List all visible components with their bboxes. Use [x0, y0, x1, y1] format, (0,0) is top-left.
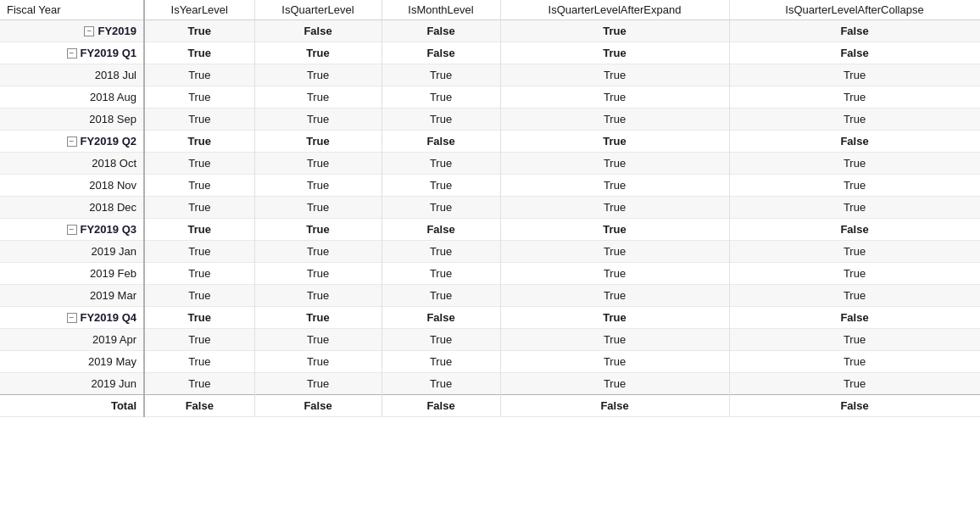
- cell-qtrac: True: [729, 175, 980, 197]
- cell-qtrae: True: [500, 175, 729, 197]
- cell-qtr: True: [254, 64, 381, 86]
- cell-qtrac: False: [729, 307, 980, 329]
- cell-qtrae: True: [500, 263, 729, 285]
- collapse-icon[interactable]: −: [67, 48, 77, 58]
- cell-month: True: [381, 64, 500, 86]
- row-label: 2018 Sep: [0, 109, 144, 131]
- data-table: Fiscal Year IsYearLevel IsQuarterLevel I…: [0, 0, 980, 417]
- collapse-icon[interactable]: −: [84, 26, 94, 36]
- col-header-qtrac: IsQuarterLevelAfterCollapse: [729, 0, 980, 20]
- cell-qtr: True: [254, 307, 381, 329]
- cell-year: True: [144, 307, 254, 329]
- collapse-icon[interactable]: −: [67, 225, 77, 235]
- cell-month: True: [381, 285, 500, 307]
- row-label: 2019 Mar: [0, 285, 144, 307]
- table-row: 2018 SepTrueTrueTrueTrueTrue: [0, 109, 980, 131]
- col-header-fiscal: Fiscal Year: [0, 0, 144, 20]
- cell-qtr: True: [254, 109, 381, 131]
- cell-year: True: [144, 86, 254, 109]
- cell-qtrac: False: [729, 219, 980, 241]
- cell-month: False: [381, 131, 500, 153]
- cell-qtrac: True: [729, 241, 980, 263]
- row-label: 2018 Dec: [0, 197, 144, 219]
- row-label: −FY2019 Q4: [0, 307, 144, 329]
- table-row: −FY2019 Q1TrueTrueFalseTrueFalse: [0, 42, 980, 64]
- cell-qtrae: True: [500, 153, 729, 175]
- cell-month: True: [381, 329, 500, 351]
- cell-qtrac: True: [729, 153, 980, 175]
- row-label: −FY2019 Q2: [0, 131, 144, 153]
- cell-qtrae: True: [500, 197, 729, 219]
- row-label: −FY2019 Q1: [0, 42, 144, 64]
- cell-month: True: [381, 109, 500, 131]
- col-header-qtr: IsQuarterLevel: [254, 0, 381, 20]
- cell-qtr: True: [254, 373, 381, 395]
- cell-qtrac: True: [729, 263, 980, 285]
- cell-year: True: [144, 153, 254, 175]
- cell-qtrac: True: [729, 373, 980, 395]
- cell-qtr: True: [254, 42, 381, 64]
- cell-qtrac: True: [729, 109, 980, 131]
- row-label: 2019 Jan: [0, 241, 144, 263]
- cell-qtrac: True: [729, 86, 980, 109]
- table-row: 2018 NovTrueTrueTrueTrueTrue: [0, 175, 980, 197]
- cell-year: True: [144, 329, 254, 351]
- cell-qtr: True: [254, 263, 381, 285]
- row-label: 2019 Feb: [0, 263, 144, 285]
- collapse-icon[interactable]: −: [67, 136, 77, 147]
- cell-qtr: True: [254, 219, 381, 241]
- row-label: −FY2019 Q3: [0, 219, 144, 241]
- col-header-year: IsYearLevel: [144, 0, 254, 20]
- cell-month: False: [381, 42, 500, 64]
- cell-qtr: True: [254, 329, 381, 351]
- cell-month: True: [381, 197, 500, 219]
- table-row: 2018 JulTrueTrueTrueTrueTrue: [0, 64, 980, 86]
- table-row: −FY2019 Q2TrueTrueFalseTrueFalse: [0, 131, 980, 153]
- cell-qtrae: True: [500, 109, 729, 131]
- cell-qtr: True: [254, 285, 381, 307]
- table-row: −FY2019 Q4TrueTrueFalseTrueFalse: [0, 307, 980, 329]
- row-label: 2018 Jul: [0, 64, 144, 86]
- table-row: 2019 FebTrueTrueTrueTrueTrue: [0, 263, 980, 285]
- cell-qtrae: True: [500, 86, 729, 109]
- table-row: 2019 MarTrueTrueTrueTrueTrue: [0, 285, 980, 307]
- table-row: 2019 JanTrueTrueTrueTrueTrue: [0, 241, 980, 263]
- cell-qtrae: True: [500, 329, 729, 351]
- cell-qtrae: True: [500, 20, 729, 42]
- col-header-qtrae: IsQuarterLevelAfterExpand: [500, 0, 729, 20]
- cell-qtrac: False: [729, 42, 980, 64]
- cell-qtrae: True: [500, 219, 729, 241]
- cell-month: True: [381, 263, 500, 285]
- cell-qtrac: True: [729, 329, 980, 351]
- cell-qtrae: True: [500, 285, 729, 307]
- cell-qtr: True: [254, 175, 381, 197]
- row-label: 2018 Nov: [0, 175, 144, 197]
- cell-qtr: True: [254, 351, 381, 373]
- cell-qtrae: False: [500, 395, 729, 417]
- cell-year: True: [144, 197, 254, 219]
- table-row: 2019 JunTrueTrueTrueTrueTrue: [0, 373, 980, 395]
- cell-qtr: False: [254, 395, 381, 417]
- cell-qtr: True: [254, 153, 381, 175]
- cell-qtr: True: [254, 197, 381, 219]
- cell-month: True: [381, 373, 500, 395]
- cell-year: True: [144, 109, 254, 131]
- cell-year: True: [144, 373, 254, 395]
- collapse-icon[interactable]: −: [67, 313, 77, 323]
- cell-year: True: [144, 285, 254, 307]
- cell-year: True: [144, 131, 254, 153]
- cell-month: False: [381, 395, 500, 417]
- cell-month: True: [381, 175, 500, 197]
- cell-year: False: [144, 395, 254, 417]
- cell-month: True: [381, 86, 500, 109]
- cell-month: True: [381, 241, 500, 263]
- cell-month: False: [381, 307, 500, 329]
- cell-qtrae: True: [500, 64, 729, 86]
- cell-qtrae: True: [500, 241, 729, 263]
- cell-qtrac: True: [729, 351, 980, 373]
- col-header-month: IsMonthLevel: [381, 0, 500, 20]
- cell-qtrae: True: [500, 307, 729, 329]
- table-row: 2018 OctTrueTrueTrueTrueTrue: [0, 153, 980, 175]
- cell-year: True: [144, 64, 254, 86]
- table-row: −FY2019 Q3TrueTrueFalseTrueFalse: [0, 219, 980, 241]
